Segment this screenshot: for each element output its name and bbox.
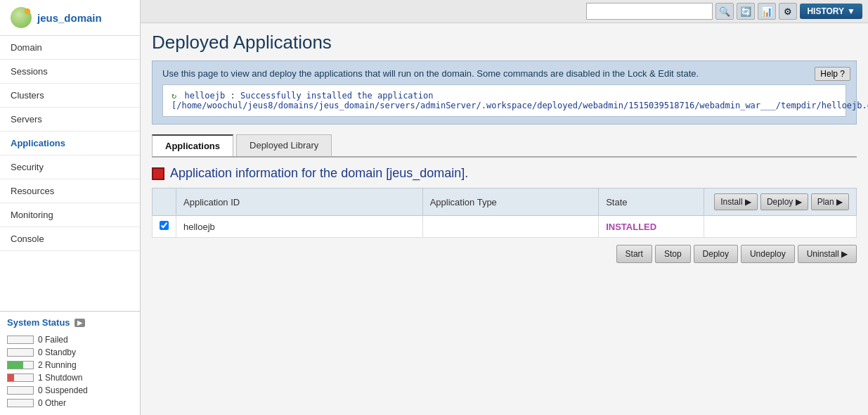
status-row: 2 Running <box>7 359 133 371</box>
status-label: 0 Standby <box>38 347 76 357</box>
tabs: ApplicationsDeployed Library <box>152 134 857 158</box>
domain-icon <box>11 7 32 28</box>
row-app-type <box>422 216 599 238</box>
status-label: 0 Other <box>38 398 66 408</box>
section-title: Application information for the domain [… <box>170 166 468 181</box>
stop-button[interactable]: Stop <box>655 245 691 263</box>
tab-applications[interactable]: Applications <box>152 134 233 156</box>
sidebar-nav-item-monitoring[interactable]: Monitoring <box>0 203 140 227</box>
info-box: Use this page to view and deploy the app… <box>152 60 857 124</box>
toggle-icon[interactable]: ▶ <box>75 319 85 327</box>
section-header: Application information for the domain [… <box>152 166 857 181</box>
main-panel: 🔍 🔄 📊 ⚙ HISTORY ▼ Deployed Applications … <box>141 0 868 415</box>
status-row: 1 Shutdown <box>7 371 133 384</box>
th-checkbox <box>153 189 176 216</box>
history-button[interactable]: HISTORY ▼ <box>800 4 862 19</box>
page-title: Deployed Applications <box>152 32 857 53</box>
sidebar-nav-item-sessions[interactable]: Sessions <box>0 60 140 84</box>
row-deploy-button[interactable]: Deploy <box>694 245 738 263</box>
app-table: Application ID Application Type State In… <box>152 188 857 238</box>
system-status-title: System Status ▶ <box>7 317 133 328</box>
th-state: State <box>599 189 704 216</box>
status-bar-green <box>7 361 34 369</box>
domain-name: jeus_domain <box>37 12 102 24</box>
status-label: 2 Running <box>38 360 77 370</box>
th-actions: Install ▶ Deploy ▶ Plan ▶ <box>704 189 857 216</box>
row-actions: Start Stop Deploy Undeploy Uninstall ▶ <box>152 245 857 263</box>
message-line1: helloejb : Successfully installed the ap… <box>184 91 433 101</box>
status-row: 0 Failed <box>7 333 133 346</box>
system-status: System Status ▶ 0 Failed0 Standby2 Runni… <box>0 311 140 415</box>
status-bar-red <box>7 374 34 382</box>
search-button[interactable]: 🔍 <box>715 3 734 20</box>
sidebar-nav-item-resources[interactable]: Resources <box>0 179 140 203</box>
refresh-button[interactable]: 🔄 <box>737 3 755 20</box>
th-app-type: Application Type <box>422 189 599 216</box>
table-row: helloejbINSTALLED <box>153 216 857 238</box>
sidebar-nav-item-console[interactable]: Console <box>0 227 140 251</box>
plan-button[interactable]: Plan ▶ <box>811 193 849 210</box>
search-input[interactable] <box>586 3 713 20</box>
deploy-button[interactable]: Deploy ▶ <box>760 193 808 210</box>
status-row: 0 Standby <box>7 346 133 359</box>
table-body: helloejbINSTALLED <box>153 216 857 238</box>
row-state: INSTALLED <box>599 216 704 238</box>
status-bar-empty <box>7 336 34 344</box>
row-app-id: helloejb <box>176 216 423 238</box>
status-bar-empty <box>7 348 34 357</box>
uninstall-button[interactable]: Uninstall ▶ <box>798 245 857 263</box>
header-action-group: Install ▶ Deploy ▶ Plan ▶ <box>711 193 849 210</box>
tab-deployed-library[interactable]: Deployed Library <box>236 134 332 156</box>
sidebar-nav-item-applications[interactable]: Applications <box>0 132 140 155</box>
refresh-icon: ↻ <box>171 91 176 101</box>
settings-button[interactable]: ⚙ <box>779 3 797 20</box>
tabs-container: ApplicationsDeployed Library <box>152 134 333 156</box>
sidebar: jeus_domain DomainSessionsClustersServer… <box>0 0 141 415</box>
status-label: 0 Failed <box>38 335 68 345</box>
info-text: Use this page to view and deploy the app… <box>162 68 699 79</box>
sidebar-domain[interactable]: jeus_domain <box>0 0 140 36</box>
sidebar-nav-item-servers[interactable]: Servers <box>0 108 140 132</box>
install-button[interactable]: Install ▶ <box>714 193 758 210</box>
sidebar-nav-item-security[interactable]: Security <box>0 155 140 179</box>
row-empty <box>704 216 857 238</box>
message-line2: [/home/woochul/jeus8/domains/jeus_domain… <box>171 101 868 110</box>
th-app-id: Application ID <box>176 189 423 216</box>
help-button[interactable]: Help ? <box>815 67 850 81</box>
status-bar-empty <box>7 399 34 407</box>
status-bar-empty <box>7 386 34 395</box>
export-button[interactable]: 📊 <box>758 3 776 20</box>
status-label: 0 Suspended <box>38 385 88 395</box>
undeploy-button[interactable]: Undeploy <box>741 245 795 263</box>
sidebar-nav: DomainSessionsClustersServersApplication… <box>0 36 140 251</box>
start-button[interactable]: Start <box>616 245 652 263</box>
sidebar-nav-item-clusters[interactable]: Clusters <box>0 84 140 108</box>
section-icon <box>152 167 164 180</box>
status-row: 0 Other <box>7 397 133 409</box>
domain-dot <box>25 8 30 14</box>
status-row: 0 Suspended <box>7 384 133 397</box>
info-message: ↻ helloejb : Successfully installed the … <box>162 84 846 117</box>
status-rows: 0 Failed0 Standby2 Running1 Shutdown0 Su… <box>7 333 133 409</box>
sidebar-nav-item-domain[interactable]: Domain <box>0 36 140 60</box>
status-label: 1 Shutdown <box>38 373 82 383</box>
page-content: Deployed Applications Use this page to v… <box>141 23 868 415</box>
topbar: 🔍 🔄 📊 ⚙ HISTORY ▼ <box>141 0 868 23</box>
row-checkbox[interactable] <box>160 221 169 230</box>
